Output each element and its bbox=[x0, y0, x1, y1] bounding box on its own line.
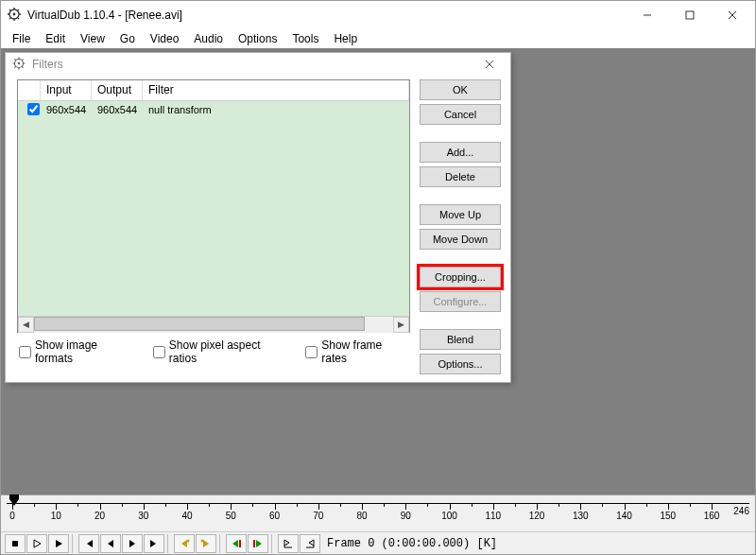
bottom-area: 0102030405060708090100110120130140150160… bbox=[1, 494, 755, 554]
tick-label: 110 bbox=[485, 511, 501, 521]
tick-label: 50 bbox=[226, 511, 236, 521]
mark-in-button[interactable] bbox=[278, 534, 299, 553]
tick-label: 10 bbox=[51, 511, 61, 521]
col-filter[interactable]: Filter bbox=[143, 80, 409, 100]
filter-row[interactable]: 960x544 960x544 null transform bbox=[18, 101, 409, 118]
h-scrollbar[interactable]: ◀ ▶ bbox=[18, 316, 409, 332]
menu-edit[interactable]: Edit bbox=[38, 31, 73, 46]
step-back-button[interactable] bbox=[100, 534, 121, 553]
dialog-close-button[interactable] bbox=[474, 53, 505, 76]
menu-video[interactable]: Video bbox=[143, 31, 186, 46]
timeline-end-label: 246 bbox=[733, 506, 749, 516]
col-input[interactable]: Input bbox=[41, 80, 92, 100]
filter-row-name: null transform bbox=[143, 104, 409, 115]
filter-row-output: 960x544 bbox=[92, 104, 143, 115]
tick-label: 160 bbox=[704, 511, 720, 521]
timeline[interactable]: 0102030405060708090100110120130140150160… bbox=[1, 495, 755, 531]
mark-out-button[interactable] bbox=[300, 534, 320, 553]
main-window: VirtualDub 1.10.4 - [Renee.avi] File Edi… bbox=[0, 0, 756, 555]
tick-label: 20 bbox=[94, 511, 105, 521]
gear-icon bbox=[11, 56, 26, 74]
svg-point-7 bbox=[201, 539, 204, 542]
app-icon bbox=[7, 7, 22, 25]
filter-header: Input Output Filter bbox=[18, 80, 409, 101]
configure-button[interactable]: Configure... bbox=[420, 291, 501, 312]
goto-start-button[interactable] bbox=[78, 534, 99, 553]
timeline-ruler[interactable]: 0102030405060708090100110120130140150160 bbox=[7, 503, 749, 522]
tick-label: 0 bbox=[9, 511, 15, 521]
menu-view[interactable]: View bbox=[73, 31, 112, 46]
filter-row-input: 960x544 bbox=[41, 104, 92, 115]
play-input-button[interactable] bbox=[26, 534, 47, 553]
titlebar: VirtualDub 1.10.4 - [Renee.avi] bbox=[1, 1, 755, 29]
tick-label: 120 bbox=[529, 511, 545, 521]
filter-row-checkbox[interactable] bbox=[27, 103, 40, 115]
options-button[interactable]: Options... bbox=[420, 354, 501, 374]
ok-button[interactable]: OK bbox=[420, 79, 501, 100]
menu-options[interactable]: Options bbox=[231, 31, 284, 46]
cropping-button[interactable]: Cropping... bbox=[420, 267, 501, 287]
svg-point-6 bbox=[187, 539, 190, 542]
tick-label: 100 bbox=[441, 511, 457, 521]
tick-label: 40 bbox=[181, 511, 192, 521]
scroll-thumb[interactable] bbox=[34, 317, 365, 331]
frame-status: Frame 0 (0:00:00.000) [K] bbox=[327, 537, 497, 550]
blend-button[interactable]: Blend bbox=[420, 329, 501, 350]
goto-end-button[interactable] bbox=[144, 534, 164, 553]
scroll-right-icon[interactable]: ▶ bbox=[393, 317, 409, 333]
tick-label: 90 bbox=[401, 511, 411, 521]
key-next-button[interactable] bbox=[196, 534, 216, 553]
scene-next-button[interactable] bbox=[248, 534, 268, 553]
filter-list-pane: Input Output Filter 960x544 960x544 null… bbox=[17, 79, 410, 374]
transport-toolbar: Frame 0 (0:00:00.000) [K] bbox=[1, 531, 755, 554]
svg-point-1 bbox=[13, 12, 16, 15]
tick-label: 30 bbox=[138, 511, 148, 521]
move-down-button[interactable]: Move Down bbox=[420, 229, 501, 250]
client-area: Filters Input Output Filter 960x bbox=[1, 48, 755, 494]
menu-help[interactable]: Help bbox=[326, 31, 365, 46]
add-button[interactable]: Add... bbox=[420, 142, 501, 163]
svg-rect-5 bbox=[12, 541, 18, 546]
svg-rect-9 bbox=[253, 540, 255, 547]
show-pixel-ratios-check[interactable]: Show pixel aspect ratios bbox=[153, 338, 288, 365]
cancel-button[interactable]: Cancel bbox=[420, 104, 501, 125]
tick-label: 140 bbox=[616, 511, 632, 521]
stop-button[interactable] bbox=[5, 534, 26, 553]
menu-audio[interactable]: Audio bbox=[186, 31, 231, 46]
move-up-button[interactable]: Move Up bbox=[420, 204, 501, 225]
window-title: VirtualDub 1.10.4 - [Renee.avi] bbox=[27, 9, 626, 22]
menubar: File Edit View Go Video Audio Options To… bbox=[1, 29, 755, 48]
show-frame-rates-check[interactable]: Show frame rates bbox=[305, 338, 408, 365]
dialog-button-column: OK Cancel Add... Delete Move Up Move Dow… bbox=[420, 79, 501, 374]
close-button[interactable] bbox=[711, 2, 753, 28]
delete-button[interactable]: Delete bbox=[420, 166, 501, 187]
scroll-left-icon[interactable]: ◀ bbox=[18, 317, 34, 333]
show-image-formats-check[interactable]: Show image formats bbox=[19, 338, 136, 365]
filters-dialog: Filters Input Output Filter 960x bbox=[5, 52, 511, 383]
dialog-titlebar: Filters bbox=[6, 53, 510, 76]
svg-rect-2 bbox=[686, 11, 694, 19]
tick-label: 150 bbox=[660, 511, 676, 521]
tick-label: 80 bbox=[356, 511, 367, 521]
tick-label: 60 bbox=[269, 511, 280, 521]
dialog-title: Filters bbox=[32, 58, 474, 71]
scene-prev-button[interactable] bbox=[226, 534, 247, 553]
filter-table: Input Output Filter 960x544 960x544 null… bbox=[17, 79, 410, 333]
tick-label: 130 bbox=[573, 511, 589, 521]
menu-tools[interactable]: Tools bbox=[284, 31, 326, 46]
key-prev-button[interactable] bbox=[174, 534, 195, 553]
play-output-button[interactable] bbox=[48, 534, 69, 553]
col-output[interactable]: Output bbox=[92, 80, 143, 100]
svg-point-4 bbox=[18, 61, 21, 64]
menu-file[interactable]: File bbox=[5, 31, 38, 46]
tick-label: 70 bbox=[313, 511, 323, 521]
maximize-button[interactable] bbox=[668, 2, 711, 28]
minimize-button[interactable] bbox=[626, 2, 668, 28]
svg-rect-8 bbox=[239, 540, 241, 547]
menu-go[interactable]: Go bbox=[112, 31, 143, 46]
step-forward-button[interactable] bbox=[122, 534, 143, 553]
